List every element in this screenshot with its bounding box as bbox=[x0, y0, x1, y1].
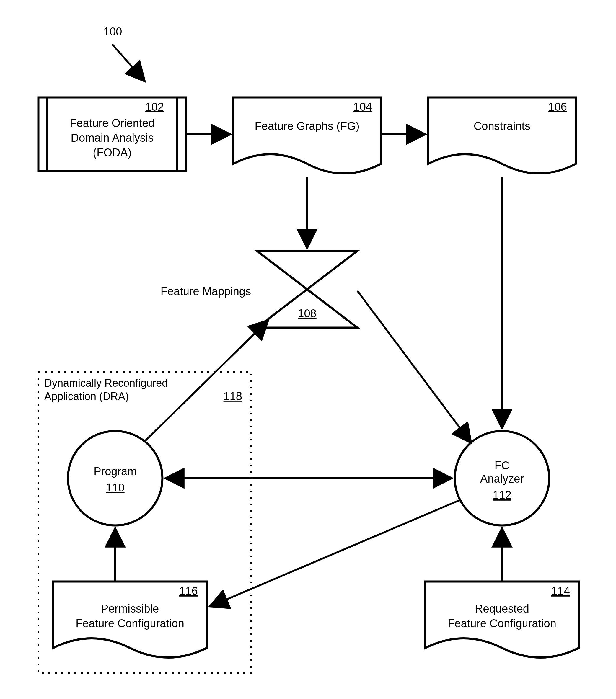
dra-title-l2: Application (DRA) bbox=[44, 390, 129, 403]
dra-title-l1: Dynamically Reconfigured bbox=[44, 377, 168, 389]
node-fca-l1: FC bbox=[495, 459, 510, 472]
diagram-canvas: 100 102 Feature Oriented Domain Analysis… bbox=[0, 0, 616, 699]
node-foda-l2: Domain Analysis bbox=[71, 132, 154, 144]
node-fg-title: Feature Graphs (FG) bbox=[255, 120, 360, 132]
node-prog-title: Program bbox=[94, 465, 137, 478]
node-fc-analyzer: FC Analyzer 112 bbox=[455, 431, 549, 525]
node-req-l1: Requested bbox=[475, 603, 529, 615]
svg-line-0 bbox=[112, 44, 145, 81]
node-con-id: 106 bbox=[548, 101, 567, 113]
node-feature-mappings: Feature Mappings 108 bbox=[161, 251, 357, 328]
node-req-id: 114 bbox=[551, 585, 570, 597]
edge-fca-to-perm bbox=[210, 500, 459, 607]
figure-number: 100 bbox=[103, 25, 122, 38]
node-program: Program 110 bbox=[68, 431, 162, 525]
dra-id: 118 bbox=[224, 390, 242, 403]
node-constraints: 106 Constraints bbox=[428, 97, 576, 174]
node-perm-id: 116 bbox=[179, 585, 198, 597]
node-foda-l3: (FODA) bbox=[93, 146, 132, 159]
node-prog-id: 110 bbox=[106, 482, 124, 494]
node-con-title: Constraints bbox=[474, 120, 530, 132]
node-feature-graphs: 104 Feature Graphs (FG) bbox=[233, 97, 381, 174]
edge-fm-to-fca bbox=[357, 291, 471, 443]
svg-point-5 bbox=[68, 431, 162, 525]
node-perm-l1: Permissible bbox=[101, 603, 159, 615]
edges bbox=[115, 134, 502, 607]
node-foda-id: 102 bbox=[145, 101, 164, 113]
node-fm-id: 108 bbox=[298, 307, 316, 320]
node-foda-l1: Feature Oriented bbox=[70, 117, 155, 129]
node-perm-l2: Feature Configuration bbox=[76, 617, 184, 630]
node-req-l2: Feature Configuration bbox=[448, 617, 556, 630]
node-fm-title: Feature Mappings bbox=[161, 285, 251, 298]
node-permissible-fc: 116 Permissible Feature Configuration bbox=[53, 581, 207, 658]
node-fg-id: 104 bbox=[353, 101, 372, 113]
node-fca-l2: Analyzer bbox=[480, 473, 524, 485]
node-foda: 102 Feature Oriented Domain Analysis (FO… bbox=[38, 97, 186, 171]
node-requested-fc: 114 Requested Feature Configuration bbox=[425, 581, 579, 658]
figure-number-pointer: 100 bbox=[103, 25, 145, 81]
node-fca-id: 112 bbox=[493, 489, 511, 501]
